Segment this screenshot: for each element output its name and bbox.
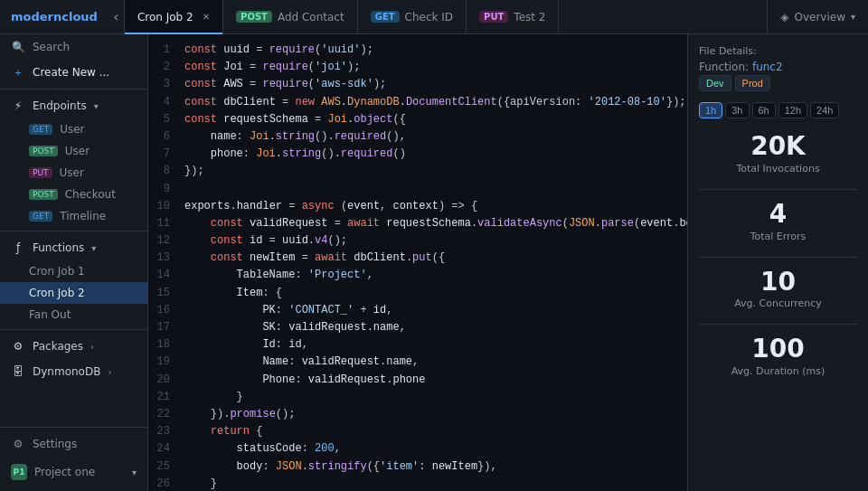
- project-name: Project one: [34, 466, 95, 478]
- table-row: 10exports.handler = async (event, contex…: [148, 198, 687, 215]
- file-details-label: File Details:: [699, 45, 857, 57]
- tab-cron-job-2[interactable]: Cron Job 2 ✕: [125, 0, 223, 34]
- table-row: 23 return {: [148, 423, 687, 440]
- table-row: 20 Phone: validRequest.phone: [148, 372, 687, 389]
- sidebar-group-functions[interactable]: ƒ Functions ▾: [0, 235, 147, 260]
- function-label: Function: func2: [699, 61, 857, 73]
- table-row: 11 const validRequest = await requestSch…: [148, 215, 687, 232]
- sidebar-item-label: Cron Job 1: [29, 265, 85, 278]
- metric-label: Avg. Duration (ms): [699, 365, 857, 377]
- gear-icon: ⚙: [11, 437, 25, 451]
- sidebar-item-search[interactable]: 🔍 Search: [0, 34, 147, 60]
- sidebar-item-settings[interactable]: ⚙ Settings: [0, 431, 147, 457]
- chevron-right-icon: ›: [108, 367, 111, 377]
- table-row: 25 body: JSON.stringify({'item': newItem…: [148, 458, 687, 476]
- code-area[interactable]: 1const uuid = require('uuid');2const Joi…: [148, 34, 687, 491]
- table-row: 4const dbClient = new AWS.DynamoDB.Docum…: [148, 94, 687, 111]
- metric-label: Total Invocations: [699, 163, 857, 175]
- sidebar-group-label: Packages: [33, 340, 83, 353]
- line-content: const uuid = require('uuid');: [184, 42, 687, 59]
- chevron-right-icon: ›: [90, 342, 94, 352]
- tab-test-2[interactable]: PUT Test 2: [467, 0, 559, 34]
- time-buttons-row: 1h 3h 6h 12h 24h: [699, 102, 857, 118]
- sidebar-item-fan-out[interactable]: Fan Out: [0, 304, 147, 326]
- line-number: 25: [148, 458, 184, 476]
- sidebar-item-timeline-get[interactable]: GET Timeline: [0, 205, 147, 227]
- method-badge: POST: [29, 189, 58, 200]
- sidebar-item-label: Create New ...: [33, 66, 137, 79]
- function-icon: ƒ: [11, 241, 25, 255]
- line-content: Name: validRequest.name,: [184, 354, 687, 371]
- line-content: Phone: validRequest.phone: [184, 372, 687, 389]
- tab-label: Check ID: [405, 11, 454, 24]
- time-12h-button[interactable]: 12h: [778, 102, 807, 118]
- tab-check-id[interactable]: GET Check ID: [358, 0, 467, 34]
- table-row: 26 }: [148, 476, 687, 491]
- metric-total-errors: 4 Total Errors: [699, 201, 857, 242]
- metric-value: 10: [699, 269, 857, 297]
- line-content: exports.handler = async (event, context)…: [184, 198, 687, 215]
- topbar: moderncloud ‹ Cron Job 2 ✕ POST Add Cont…: [0, 0, 868, 34]
- time-24h-button[interactable]: 24h: [810, 102, 839, 118]
- time-6h-button[interactable]: 6h: [752, 102, 776, 118]
- time-1h-button[interactable]: 1h: [699, 102, 722, 118]
- line-number: 21: [148, 389, 184, 406]
- table-row: 1const uuid = require('uuid');: [148, 42, 687, 59]
- table-row: 22 }).promise();: [148, 406, 687, 423]
- sidebar-item-label: Fan Out: [29, 308, 71, 321]
- line-number: 9: [148, 181, 184, 198]
- line-number: 6: [148, 128, 184, 146]
- package-icon: ⚙: [11, 339, 25, 354]
- env-prod-button[interactable]: Prod: [735, 75, 770, 91]
- endpoint-icon: ⚡: [11, 99, 25, 113]
- sidebar-item-user-post[interactable]: POST User: [0, 140, 147, 162]
- line-number: 4: [148, 94, 184, 111]
- tab-label: Add Contact: [278, 11, 344, 24]
- sidebar-group-dynmono[interactable]: 🗄 DynmonoDB ›: [0, 359, 147, 384]
- line-number: 23: [148, 423, 184, 440]
- line-content: }).promise();: [184, 406, 687, 423]
- tab-label: Overview: [794, 11, 845, 24]
- time-3h-button[interactable]: 3h: [725, 102, 749, 118]
- overview-icon: ◈: [780, 11, 788, 24]
- sidebar-item-label: Search: [33, 41, 137, 53]
- sidebar-item-label: Cron Job 2: [29, 287, 85, 299]
- function-name: func2: [752, 61, 783, 73]
- sidebar-item-user-put[interactable]: PUT User: [0, 162, 147, 184]
- close-icon[interactable]: ✕: [203, 12, 210, 22]
- line-content: [184, 181, 687, 198]
- line-number: 20: [148, 372, 184, 389]
- tab-overview[interactable]: ◈ Overview ▾: [767, 0, 868, 34]
- nav-back-button[interactable]: ‹: [108, 0, 125, 34]
- line-number: 11: [148, 215, 184, 232]
- tab-label: Test 2: [514, 11, 545, 24]
- table-row: 17 SK: validRequest.name,: [148, 319, 687, 336]
- table-row: 15 Item: {: [148, 285, 687, 302]
- method-badge: PUT: [29, 167, 52, 178]
- tab-add-contact[interactable]: POST Add Contact: [223, 0, 358, 34]
- sidebar-item-create-new[interactable]: ＋ Create New ...: [0, 60, 147, 85]
- table-row: 9: [148, 181, 687, 198]
- line-number: 1: [148, 42, 184, 59]
- metric-total-invocations: 20K Total Invocations: [699, 133, 857, 175]
- table-row: 16 PK: 'CONTACT_' + id,: [148, 302, 687, 319]
- sidebar-group-endpoints[interactable]: ⚡ Endpoints ▾: [0, 93, 147, 118]
- line-content: statusCode: 200,: [184, 440, 687, 458]
- database-icon: 🗄: [11, 364, 25, 379]
- line-content: const requestSchema = Joi.object({: [184, 111, 687, 128]
- sidebar-project[interactable]: P1 Project one ▾: [0, 457, 147, 487]
- plus-icon: ＋: [11, 65, 25, 80]
- sidebar-item-checkout-post[interactable]: POST Checkout: [0, 184, 147, 205]
- sidebar-group-packages[interactable]: ⚙ Packages ›: [0, 334, 147, 359]
- line-number: 7: [148, 146, 184, 163]
- table-row: 21 }: [148, 389, 687, 406]
- sidebar-item-user-get[interactable]: GET User: [0, 118, 147, 140]
- line-number: 12: [148, 232, 184, 250]
- method-badge: GET: [29, 211, 52, 222]
- sidebar-item-cron-job-2[interactable]: Cron Job 2: [0, 282, 147, 304]
- env-dev-button[interactable]: Dev: [699, 75, 731, 91]
- sidebar-item-cron-job-1[interactable]: Cron Job 1: [0, 260, 147, 282]
- sidebar-item-label: User: [60, 123, 84, 136]
- sidebar-divider: [0, 231, 147, 231]
- line-number: 3: [148, 76, 184, 93]
